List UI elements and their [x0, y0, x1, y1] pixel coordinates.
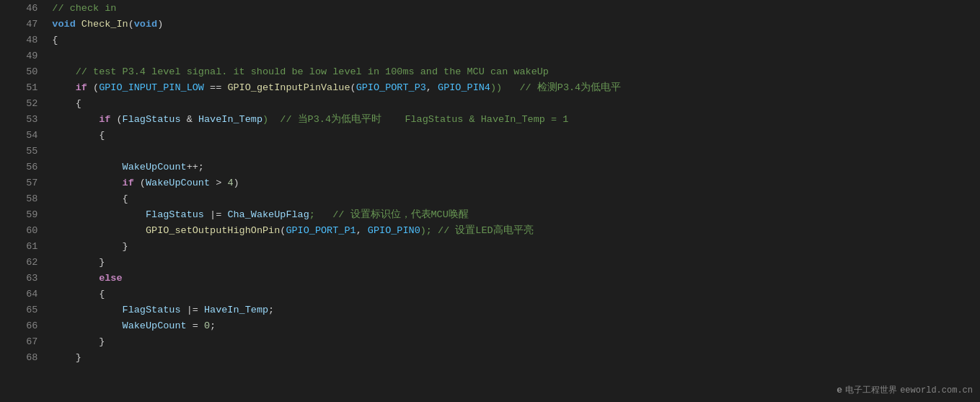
code-token: |=	[204, 209, 227, 220]
table-row: 57 if (WakeUpCount > 4)	[0, 175, 980, 191]
line-number: 59	[0, 206, 46, 222]
code-token: // check in	[52, 3, 116, 14]
code-token: FlagStatus	[123, 114, 181, 125]
code-token	[52, 273, 99, 284]
code-token	[52, 225, 146, 236]
code-token: ); // 设置LED高电平亮	[420, 225, 534, 236]
table-row: 48{	[0, 32, 980, 48]
table-row: 54 {	[0, 127, 980, 143]
watermark-logo: e	[836, 385, 842, 396]
line-number: 64	[0, 286, 46, 302]
code-line: else	[46, 270, 980, 286]
code-token	[52, 178, 122, 188]
code-container: 46// check in47void Check_In(void)48{49 …	[0, 0, 980, 402]
table-row: 52 {	[0, 95, 980, 111]
code-token: }	[52, 352, 81, 363]
code-line: }	[46, 254, 980, 270]
code-token: WakeUpCount	[123, 320, 187, 331]
code-token	[52, 305, 122, 315]
line-number: 51	[0, 79, 46, 95]
code-token: }	[52, 336, 105, 347]
watermark: e 电子工程世界 eeworld.com.cn	[836, 384, 973, 396]
code-line: if (WakeUpCount > 4)	[46, 175, 980, 191]
table-row: 49	[0, 48, 980, 64]
code-token: 0	[204, 320, 210, 331]
code-line: GPIO_setOutputHighOnPin(GPIO_PORT_P1, GP…	[46, 222, 980, 238]
code-line: if (GPIO_INPUT_PIN_LOW == GPIO_getInputP…	[46, 79, 980, 95]
code-token	[52, 114, 99, 125]
code-token: >	[210, 178, 227, 188]
table-row: 68 }	[0, 349, 980, 365]
table-row: 51 if (GPIO_INPUT_PIN_LOW == GPIO_getInp…	[0, 79, 980, 95]
line-number: 57	[0, 175, 46, 191]
code-line: {	[46, 286, 980, 302]
table-row: 56 WakeUpCount++;	[0, 159, 980, 175]
code-token: FlagStatus	[146, 209, 204, 220]
line-number: 53	[0, 111, 46, 127]
code-token: )	[234, 178, 239, 188]
code-token	[52, 162, 122, 172]
table-row: 53 if (FlagStatus & HaveIn_Temp) // 当P3.…	[0, 111, 980, 127]
code-token: ;	[268, 305, 274, 315]
code-line: FlagStatus |= HaveIn_Temp;	[46, 302, 980, 318]
code-token: ) // 当P3.4为低电平时 FlagStatus & HaveIn_Temp…	[262, 114, 568, 125]
code-token	[52, 320, 122, 331]
table-row: 60 GPIO_setOutputHighOnPin(GPIO_PORT_P1,…	[0, 222, 980, 238]
code-line: {	[46, 32, 980, 48]
code-token	[52, 82, 75, 93]
code-token: {	[52, 289, 105, 300]
code-token: HaveIn_Temp	[198, 114, 262, 125]
code-token: ; // 设置标识位，代表MCU唤醒	[309, 209, 469, 220]
line-number: 55	[0, 143, 46, 159]
table-row: 55	[0, 143, 980, 159]
code-table: 46// check in47void Check_In(void)48{49 …	[0, 0, 980, 365]
code-token: if	[123, 178, 134, 188]
code-token: FlagStatus	[123, 305, 181, 315]
code-token: (	[87, 82, 99, 93]
code-line: WakeUpCount++;	[46, 159, 980, 175]
table-row: 47void Check_In(void)	[0, 16, 980, 32]
code-token	[52, 209, 146, 220]
table-row: 46// check in	[0, 0, 980, 16]
code-token: GPIO_PIN4	[438, 82, 490, 93]
code-line: void Check_In(void)	[46, 16, 980, 32]
line-number: 50	[0, 64, 46, 79]
code-line: if (FlagStatus & HaveIn_Temp) // 当P3.4为低…	[46, 111, 980, 127]
code-token: if	[76, 82, 87, 93]
line-number: 65	[0, 302, 46, 318]
code-line	[46, 143, 980, 159]
watermark-url: eeworld.com.cn	[900, 385, 973, 396]
code-token: {	[52, 35, 58, 45]
code-line: }	[46, 238, 980, 254]
code-token: GPIO_getInputPinValue	[227, 82, 350, 93]
code-token	[76, 19, 81, 30]
code-token: ,	[426, 82, 438, 93]
code-line: }	[46, 349, 980, 365]
code-token: ==	[204, 82, 227, 93]
code-token: ;	[210, 320, 216, 331]
code-line: FlagStatus |= Cha_WakeUpFlag; // 设置标识位，代…	[46, 206, 980, 222]
code-token: (	[128, 19, 134, 30]
code-token: GPIO_PIN0	[368, 225, 420, 236]
code-token: ,	[356, 225, 368, 236]
line-number: 56	[0, 159, 46, 175]
table-row: 65 FlagStatus |= HaveIn_Temp;	[0, 302, 980, 318]
code-token: Check_In	[81, 19, 128, 30]
line-number: 54	[0, 127, 46, 143]
line-number: 61	[0, 238, 46, 254]
code-line: {	[46, 95, 980, 111]
table-row: 50 // test P3.4 level signal. it should …	[0, 64, 980, 79]
table-row: 63 else	[0, 270, 980, 286]
code-token: ++;	[187, 162, 204, 172]
line-number: 66	[0, 318, 46, 333]
code-line: WakeUpCount = 0;	[46, 318, 980, 333]
line-number: 52	[0, 95, 46, 111]
code-token: GPIO_setOutputHighOnPin	[146, 225, 280, 236]
code-token: {	[52, 98, 81, 109]
code-line	[46, 48, 980, 64]
code-token: |=	[181, 305, 204, 315]
code-token: GPIO_INPUT_PIN_LOW	[99, 82, 204, 93]
code-token: )) // 检测P3.4为低电平	[490, 82, 621, 93]
code-token: &	[181, 114, 198, 125]
code-token: if	[99, 114, 110, 125]
